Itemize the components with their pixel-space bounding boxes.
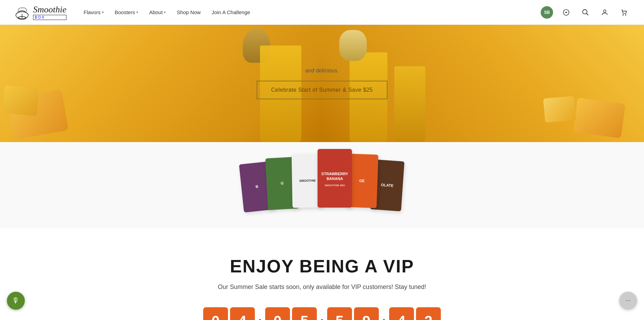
svg-point-8 [625, 14, 626, 15]
package-1-label: B [254, 183, 260, 191]
nav-about[interactable]: About ▾ [144, 7, 170, 18]
package-5-label: GE [358, 177, 366, 184]
svg-point-4 [583, 9, 587, 14]
package-4-label: STRAWBERRY BANANA [318, 170, 352, 183]
nav-flavors-label: Flavors [84, 9, 101, 15]
nav-left: Smoothie BOX Flavors ▾ Boosters ▾ About … [14, 4, 255, 21]
microphone-icon: 🎙 [12, 296, 20, 305]
hours-ones: 4 [230, 307, 255, 320]
nav-boosters-label: Boosters [115, 9, 135, 15]
colon-3: : [382, 307, 386, 320]
hours-group: 0 4 [203, 307, 255, 320]
sb-badge[interactable]: SB [541, 6, 553, 19]
navbar: Smoothie BOX Flavors ▾ Boosters ▾ About … [0, 0, 644, 25]
minutes-group: 0 5 [265, 307, 317, 320]
user-icon[interactable] [599, 6, 611, 19]
logo[interactable]: Smoothie BOX [14, 4, 66, 21]
nav-shop-now[interactable]: Shop Now [172, 7, 205, 18]
vip-title: ENJOY BEING A VIP [14, 256, 630, 277]
hero-subtitle: and delicious. [305, 68, 339, 74]
float-chat-button[interactable]: 🎙 [7, 292, 25, 310]
chat-dots-icon: ··· [626, 297, 631, 305]
ms-group: 4 2 [389, 307, 441, 320]
seconds-group: 5 9 [327, 307, 379, 320]
hero-center-content: and delicious. Celebrate Start of Summer… [236, 25, 408, 142]
products-section: B G SMOOTHIE STRAWBERRY BANANA SMOOTHIE … [0, 142, 644, 228]
nav-links: Flavors ▾ Boosters ▾ About ▾ Shop Now Jo… [79, 7, 255, 18]
search-icon[interactable] [579, 6, 592, 19]
nav-boosters[interactable]: Boosters ▾ [110, 7, 143, 18]
hours-tens: 0 [203, 307, 228, 320]
product-packages-container: B G SMOOTHIE STRAWBERRY BANANA SMOOTHIE … [244, 149, 400, 208]
chevron-down-icon: ▾ [164, 10, 166, 14]
package-3-label: SMOOTHIE [298, 178, 317, 184]
chat-icon[interactable] [560, 6, 572, 19]
hero-cta-button[interactable]: Celebrate Start of Summer & Save $25 [257, 81, 387, 99]
logo-icon [14, 4, 30, 21]
nav-join-challenge[interactable]: Join A Challenge [207, 7, 255, 18]
svg-point-7 [623, 14, 623, 15]
ms-ones: 2 [416, 307, 441, 320]
logo-text-area: Smoothie BOX [33, 4, 66, 20]
logo-brand: Smoothie [33, 4, 66, 15]
package-4-sublabel: SMOOTHIE MIX [324, 184, 345, 187]
vip-section: ENJOY BEING A VIP Our Summer Sale starts… [0, 228, 644, 320]
svg-line-5 [586, 13, 589, 15]
nav-flavors[interactable]: Flavors ▾ [79, 7, 108, 18]
logo-box: BOX [33, 15, 66, 20]
seconds-tens: 5 [327, 307, 352, 320]
package-6-label: OLATE [380, 181, 395, 189]
nav-about-label: About [149, 9, 163, 15]
ms-tens: 4 [389, 307, 414, 320]
seconds-ones: 9 [354, 307, 379, 320]
vip-subtitle: Our Summer Sale starts soon, only availa… [14, 283, 630, 291]
countdown-timer: 0 4 : 0 5 : 5 9 : 4 2 [14, 307, 630, 320]
nav-right: SB [541, 6, 630, 19]
float-support-button[interactable]: ··· [619, 292, 637, 310]
hero-section: and delicious. Celebrate Start of Summer… [0, 25, 644, 142]
nav-shop-now-label: Shop Now [177, 9, 200, 15]
colon-1: : [258, 307, 262, 320]
chevron-down-icon: ▾ [136, 10, 138, 14]
cart-icon[interactable] [618, 6, 630, 19]
package-strawberry-banana[interactable]: STRAWBERRY BANANA SMOOTHIE MIX [318, 149, 352, 208]
colon-2: : [320, 307, 324, 320]
minutes-ones: 5 [292, 307, 317, 320]
chevron-down-icon: ▾ [102, 10, 104, 14]
package-2-label: G [279, 180, 285, 187]
nav-join-challenge-label: Join A Challenge [212, 9, 250, 15]
minutes-tens: 0 [265, 307, 290, 320]
svg-point-6 [603, 10, 606, 12]
